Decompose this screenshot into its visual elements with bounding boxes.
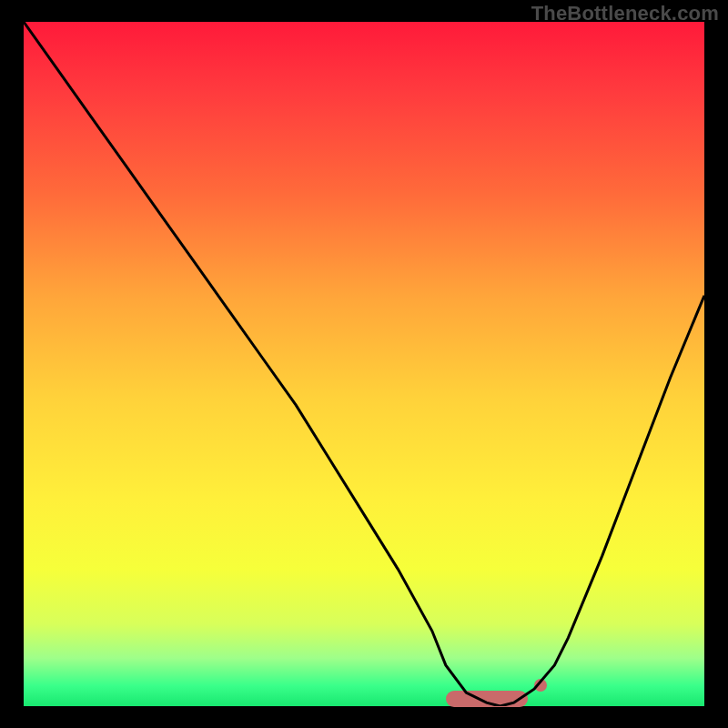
chart-area bbox=[24, 22, 704, 706]
watermark-text: TheBottleneck.com bbox=[531, 2, 719, 25]
curve-path bbox=[24, 22, 704, 706]
bottleneck-curve bbox=[24, 22, 704, 706]
